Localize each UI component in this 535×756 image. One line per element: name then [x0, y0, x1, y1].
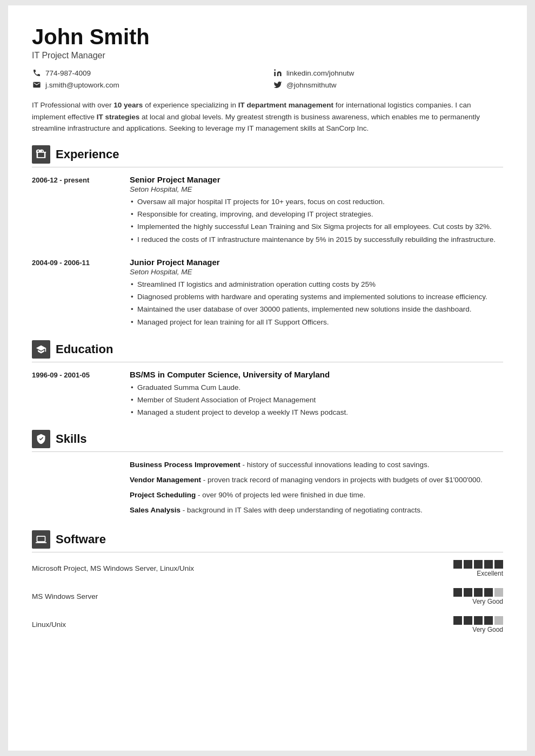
- skills-section-header: Skills: [32, 430, 503, 452]
- education-section-header: Education: [32, 340, 503, 362]
- skills-list: Business Process Improvement - history o…: [130, 460, 503, 521]
- exp2-company: Seton Hospital, ME: [130, 268, 503, 276]
- contact-linkedin: linkedin.com/johnutw: [273, 68, 503, 78]
- candidate-title: IT Project Manager: [32, 51, 503, 60]
- edu1-content: BS/MS in Computer Science, University of…: [130, 370, 503, 420]
- exp1-date: 2006-12 - present: [32, 175, 121, 247]
- software-3-name: Linux/Unix: [32, 620, 443, 629]
- dot-3-3: [474, 616, 483, 625]
- software-1-rating: Excellent: [453, 560, 503, 577]
- edu1-bullet-2: Member of Student Association of Project…: [130, 395, 503, 406]
- experience-title: Experience: [56, 147, 119, 161]
- exp1-bullet-1: Oversaw all major hospital IT projects f…: [130, 197, 503, 207]
- skill-1-desc: - history of successful innovations lead…: [243, 461, 430, 469]
- education-entry-1: 1996-09 - 2001-05 BS/MS in Computer Scie…: [32, 370, 503, 420]
- edu1-bullet-3: Managed a student project to develop a w…: [130, 407, 503, 418]
- skill-3-desc: - over 90% of projects led were finished…: [198, 491, 365, 499]
- dot-2-1: [453, 588, 462, 597]
- exp2-role: Junior Project Manager: [130, 258, 503, 267]
- dot-1-1: [453, 560, 462, 569]
- skills-content: Business Process Improvement - history o…: [32, 460, 503, 521]
- exp2-bullet-2: Diagnosed problems with hardware and ope…: [130, 292, 503, 302]
- exp2-bullet-3: Maintained the user database of over 300…: [130, 304, 503, 315]
- education-icon: [32, 340, 50, 359]
- dot-1-5: [494, 560, 503, 569]
- dot-3-2: [464, 616, 472, 625]
- summary: IT Professional with over 10 years of ex…: [32, 99, 503, 134]
- software-2-name: MS Windows Server: [32, 592, 443, 600]
- skill-2: Vendor Management - proven track record …: [130, 475, 503, 485]
- experience-icon: [32, 145, 50, 164]
- exp1-bullet-3: Implemented the highly successful Lean T…: [130, 221, 503, 232]
- exp2-bullet-1: Streamlined IT logistics and administrat…: [130, 279, 503, 290]
- skill-3-name: Project Scheduling: [130, 491, 196, 499]
- dot-2-2: [464, 588, 472, 597]
- contact-phone: 774-987-4009: [32, 68, 262, 78]
- skill-4: Sales Analysis - background in IT Sales …: [130, 505, 503, 516]
- edu1-bullet-1: Graduated Summa Cum Laude.: [130, 382, 503, 393]
- twitter-icon: [273, 80, 283, 90]
- header: John Smith IT Project Manager 774-987-40…: [32, 25, 503, 134]
- email-text: j.smith@uptowork.com: [45, 81, 119, 89]
- twitter-text: @johnsmithutw: [286, 81, 337, 89]
- skill-4-name: Sales Analysis: [130, 506, 180, 514]
- email-icon: [32, 80, 42, 90]
- dot-2-4: [484, 588, 493, 597]
- linkedin-icon: [273, 68, 283, 78]
- exp1-bullets: Oversaw all major hospital IT projects f…: [130, 197, 503, 245]
- software-2-dots: [453, 588, 503, 597]
- experience-entry-1: 2006-12 - present Senior Project Manager…: [32, 175, 503, 247]
- skills-section: Skills Business Process Improvement - hi…: [32, 430, 503, 521]
- phone-icon: [32, 68, 42, 78]
- exp1-company: Seton Hospital, ME: [130, 185, 503, 193]
- exp1-role: Senior Project Manager: [130, 175, 503, 184]
- software-icon: [32, 530, 50, 549]
- edu1-date: 1996-09 - 2001-05: [32, 370, 121, 420]
- skills-icon: [32, 430, 50, 448]
- dot-2-3: [474, 588, 483, 597]
- contact-grid: 774-987-4009 linkedin.com/johnutw: [32, 68, 503, 90]
- exp2-date: 2004-09 - 2006-11: [32, 258, 121, 329]
- exp2-content: Junior Project Manager Seton Hospital, M…: [130, 258, 503, 329]
- exp1-bullet-4: I reduced the costs of IT infrastructure…: [130, 234, 503, 245]
- skill-2-name: Vendor Management: [130, 476, 201, 484]
- software-1-label: Excellent: [477, 570, 503, 577]
- exp2-bullets: Streamlined IT logistics and administrat…: [130, 279, 503, 328]
- dot-1-2: [464, 560, 472, 569]
- software-3-rating: Very Good: [453, 616, 503, 633]
- software-item-1: Microsoft Project, MS Windows Server, Li…: [32, 560, 503, 582]
- candidate-name: John Smith: [32, 25, 503, 49]
- software-3-dots: [453, 616, 503, 625]
- skill-1: Business Process Improvement - history o…: [130, 460, 503, 470]
- edu1-degree: BS/MS in Computer Science, University of…: [130, 370, 503, 379]
- software-item-2: MS Windows Server Very Good: [32, 588, 503, 610]
- dot-3-1: [453, 616, 462, 625]
- dot-1-4: [484, 560, 493, 569]
- software-1-dots: [453, 560, 503, 569]
- software-1-name: Microsoft Project, MS Windows Server, Li…: [32, 564, 443, 572]
- skill-2-desc: - proven track record of managing vendor…: [203, 476, 483, 484]
- software-title: Software: [56, 532, 106, 546]
- contact-twitter: @johnsmithutw: [273, 80, 503, 90]
- education-section: Education 1996-09 - 2001-05 BS/MS in Com…: [32, 340, 503, 420]
- education-title: Education: [56, 342, 113, 356]
- phone-text: 774-987-4009: [45, 69, 91, 77]
- dot-1-3: [474, 560, 483, 569]
- exp1-bullet-2: Responsible for creating, improving, and…: [130, 209, 503, 220]
- software-item-3: Linux/Unix Very Good: [32, 616, 503, 638]
- dot-3-4: [484, 616, 493, 625]
- software-2-label: Very Good: [472, 598, 503, 605]
- skill-1-name: Business Process Improvement: [130, 461, 240, 469]
- resume-container: John Smith IT Project Manager 774-987-40…: [8, 5, 527, 751]
- software-section-header: Software: [32, 530, 503, 552]
- dot-3-5: [494, 616, 503, 625]
- experience-entry-2: 2004-09 - 2006-11 Junior Project Manager…: [32, 258, 503, 329]
- software-2-rating: Very Good: [453, 588, 503, 605]
- skill-3: Project Scheduling - over 90% of project…: [130, 490, 503, 501]
- experience-section-header: Experience: [32, 145, 503, 167]
- exp1-content: Senior Project Manager Seton Hospital, M…: [130, 175, 503, 247]
- exp2-bullet-4: Managed project for lean training for al…: [130, 317, 503, 328]
- contact-email: j.smith@uptowork.com: [32, 80, 262, 90]
- edu1-bullets: Graduated Summa Cum Laude. Member of Stu…: [130, 382, 503, 418]
- linkedin-text: linkedin.com/johnutw: [286, 69, 354, 77]
